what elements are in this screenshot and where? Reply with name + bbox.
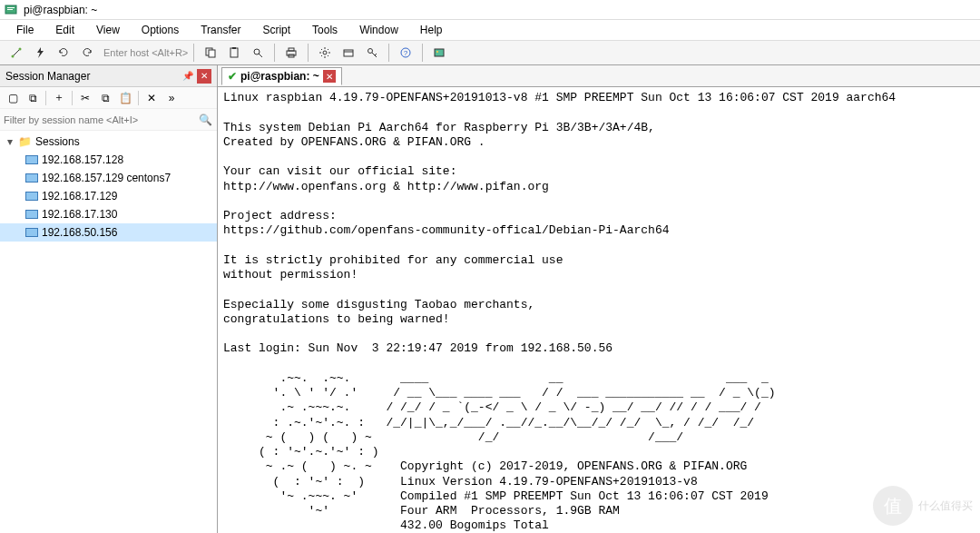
toolbar-separator xyxy=(193,44,194,62)
toolbar-separator xyxy=(274,44,275,62)
connected-check-icon: ✔ xyxy=(228,70,237,83)
svg-point-3 xyxy=(12,55,15,58)
session-item[interactable]: 192.168.17.129 xyxy=(0,187,217,205)
copy-icon[interactable] xyxy=(200,42,221,64)
separator xyxy=(138,91,139,105)
menu-view[interactable]: View xyxy=(87,22,129,38)
toolbar-separator xyxy=(388,44,389,62)
search-icon[interactable]: 🔍 xyxy=(199,114,213,126)
tree-folder-label: Sessions xyxy=(35,135,80,148)
new-tab-icon[interactable]: ⧉ xyxy=(24,89,42,107)
find-icon[interactable] xyxy=(247,42,269,64)
app-icon xyxy=(4,3,18,17)
panel-close-icon[interactable]: ✕ xyxy=(197,69,211,84)
host-input[interactable]: Enter host <Alt+R> xyxy=(100,47,188,58)
motd-text: Linux raspbian 4.19.79-OPENFANS+20191013… xyxy=(223,91,896,355)
menu-bar: File Edit View Options Transfer Script T… xyxy=(0,20,980,40)
menu-help[interactable]: Help xyxy=(411,22,452,38)
more-icon[interactable]: » xyxy=(162,89,181,107)
menu-transfer[interactable]: Transfer xyxy=(191,22,250,38)
disconnect-icon[interactable] xyxy=(76,42,98,64)
quick-connect-icon[interactable] xyxy=(29,42,51,64)
tab-close-icon[interactable]: ✕ xyxy=(323,70,336,83)
session-item-selected[interactable]: 192.168.50.156 xyxy=(0,223,217,242)
main-toolbar: Enter host <Alt+R> ? xyxy=(0,40,980,65)
tab-bar: ✔ pi@raspbian: ~ ✕ xyxy=(218,65,980,87)
window-titlebar: pi@raspbian: ~ xyxy=(0,0,980,20)
svg-line-10 xyxy=(259,54,262,57)
svg-rect-2 xyxy=(7,9,13,10)
watermark-badge: 值 xyxy=(873,486,913,526)
panel-header: Session Manager 📌 ✕ xyxy=(0,65,217,87)
reconnect-icon[interactable] xyxy=(53,42,74,64)
paste-session-icon[interactable]: 📋 xyxy=(116,89,134,107)
toolbar-separator xyxy=(422,44,423,62)
window-title: pi@raspbian: ~ xyxy=(24,4,97,16)
menu-tools[interactable]: Tools xyxy=(303,22,347,38)
svg-rect-15 xyxy=(344,50,353,56)
session-label: 192.168.50.156 xyxy=(42,226,117,239)
svg-text:?: ? xyxy=(404,49,408,57)
terminal-icon xyxy=(25,155,38,164)
caret-down-icon[interactable]: ▾ xyxy=(5,135,15,148)
svg-point-14 xyxy=(323,51,327,54)
pin-icon[interactable]: 📌 xyxy=(181,69,195,84)
menu-edit[interactable]: Edit xyxy=(46,22,83,38)
folder-icon: 📁 xyxy=(18,135,32,148)
svg-rect-12 xyxy=(289,48,294,51)
svg-rect-7 xyxy=(230,48,238,57)
svg-point-23 xyxy=(436,51,438,53)
watermark-text: 什么值得买 xyxy=(918,498,973,514)
new-session-icon[interactable]: ＋ xyxy=(50,89,68,107)
separator xyxy=(45,91,46,105)
svg-rect-22 xyxy=(435,49,444,56)
ascii-art: .~~. .~~. ____ __ ___ _ '. \ ' '/ .' / _… xyxy=(223,371,776,533)
terminal-icon xyxy=(25,210,38,219)
paste-icon[interactable] xyxy=(223,42,245,64)
session-toolbar: ▢ ⧉ ＋ ✂ ⧉ 📋 ✕ » xyxy=(0,87,217,109)
menu-options[interactable]: Options xyxy=(132,22,188,38)
svg-rect-8 xyxy=(232,47,236,49)
terminal-icon xyxy=(25,228,38,237)
menu-window[interactable]: Window xyxy=(350,22,407,38)
session-item[interactable]: 192.168.157.128 xyxy=(0,151,217,169)
session-filter-input[interactable] xyxy=(4,114,199,125)
terminal-pane: ✔ pi@raspbian: ~ ✕ Linux raspbian 4.19.7… xyxy=(218,65,980,533)
session-label: 192.168.17.129 xyxy=(42,190,117,202)
open-session-icon[interactable]: ▢ xyxy=(4,89,22,107)
toolbar-separator xyxy=(308,44,309,62)
svg-rect-1 xyxy=(7,7,15,8)
terminal-icon xyxy=(25,173,38,183)
separator xyxy=(72,91,73,105)
svg-rect-6 xyxy=(209,50,215,57)
filter-row: 🔍 xyxy=(0,109,217,131)
terminal-output[interactable]: Linux raspbian 4.19.79-OPENFANS+20191013… xyxy=(218,87,980,533)
watermark: 值 什么值得买 xyxy=(873,486,973,526)
session-options-icon[interactable] xyxy=(338,42,359,64)
svg-point-4 xyxy=(19,48,22,51)
session-manager-panel: Session Manager 📌 ✕ ▢ ⧉ ＋ ✂ ⧉ 📋 ✕ » 🔍 ▾ xyxy=(0,65,218,533)
terminal-tab[interactable]: ✔ pi@raspbian: ~ ✕ xyxy=(221,67,342,85)
session-item[interactable]: 192.168.17.130 xyxy=(0,205,217,223)
copy-session-icon[interactable]: ⧉ xyxy=(96,89,114,107)
menu-file[interactable]: File xyxy=(7,22,43,38)
tab-title: pi@raspbian: ~ xyxy=(240,70,319,83)
settings-icon[interactable] xyxy=(314,42,336,64)
session-label: 192.168.17.130 xyxy=(42,208,117,221)
help-icon[interactable]: ? xyxy=(395,42,416,64)
screenshot-icon[interactable] xyxy=(428,42,450,64)
session-label: 192.168.157.129 centons7 xyxy=(42,172,171,184)
tree-folder-sessions[interactable]: ▾ 📁 Sessions xyxy=(0,133,217,151)
terminal-icon xyxy=(25,192,38,201)
cut-icon[interactable]: ✂ xyxy=(76,89,94,107)
key-icon[interactable] xyxy=(361,42,383,64)
session-item[interactable]: 192.168.157.129 centons7 xyxy=(0,169,217,187)
svg-line-18 xyxy=(372,53,377,57)
delete-icon[interactable]: ✕ xyxy=(142,89,161,107)
svg-point-17 xyxy=(368,49,373,54)
svg-line-19 xyxy=(375,54,377,55)
menu-script[interactable]: Script xyxy=(253,22,299,38)
print-icon[interactable] xyxy=(280,42,302,64)
connect-icon[interactable] xyxy=(5,42,27,64)
session-tree[interactable]: ▾ 📁 Sessions 192.168.157.128 192.168.157… xyxy=(0,131,217,533)
